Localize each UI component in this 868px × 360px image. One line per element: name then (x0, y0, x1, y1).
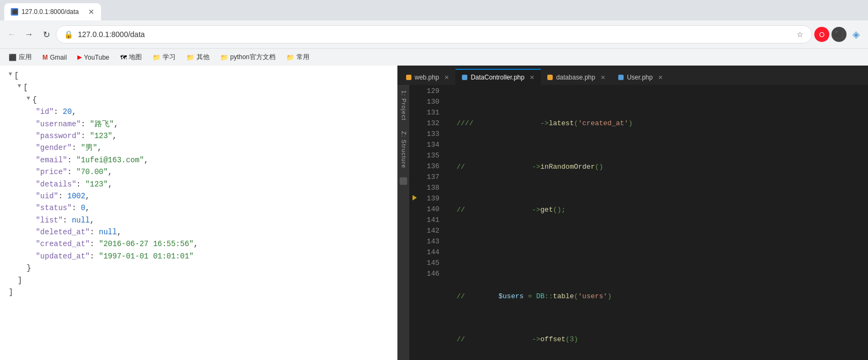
ide-tab-user-php[interactable]: User.php ✕ (612, 69, 669, 85)
tab-title: 127.0.0.1:8000/data (21, 8, 85, 16)
json-array-close: ] (9, 275, 388, 286)
bp-133 (409, 128, 420, 139)
maps-icon: 🗺 (120, 54, 127, 61)
breakpoint-gutter (409, 85, 420, 360)
nav-bar: ← → ↻ 🔒 127.0.0.1:8000/data ☆ O ⬛ ◈ (0, 20, 868, 48)
db-icon[interactable] (400, 177, 407, 185)
line-num-131: 131 (422, 107, 444, 118)
bookmark-youtube[interactable]: ▶ YouTube (73, 53, 113, 62)
folder-python-icon: 📁 (220, 54, 228, 61)
code-line-129: //// ->latest('created_at') (448, 118, 868, 129)
reload-button[interactable]: ↻ (39, 27, 54, 42)
line-num-144: 144 (422, 247, 444, 258)
profile-icon[interactable]: ◈ (849, 27, 864, 42)
ide-tab-database-php[interactable]: database.php ✕ (541, 69, 612, 85)
bp-135 (409, 149, 420, 160)
code-line-130: // ->inRandomOrder() (448, 162, 868, 172)
ide-tab-web-php[interactable]: web.php ✕ (400, 69, 455, 85)
json-field-price: "price" : "70.00" , (9, 166, 388, 178)
address-icons: ☆ (794, 29, 805, 40)
line-num-137: 137 (422, 172, 444, 183)
tab-favicon: ⬛ (11, 8, 18, 16)
forward-button[interactable]: → (21, 27, 37, 42)
bp-140 (409, 203, 420, 214)
bookmark-maps[interactable]: 🗺 地图 (116, 52, 146, 63)
bookmark-study[interactable]: 📁 学习 (148, 52, 180, 63)
ide-tab-database-close[interactable]: ✕ (601, 74, 605, 81)
json-field-status: "status" : 0 , (9, 202, 388, 214)
code-line-133: // $users = DB::table('users') (448, 291, 868, 302)
line-num-146: 146 (422, 269, 444, 279)
tab-close-button[interactable]: ✕ (88, 8, 95, 16)
ide-tab-database-label: database.php (556, 74, 595, 81)
ide-tab-user-close[interactable]: ✕ (658, 74, 663, 81)
web-php-icon (406, 75, 411, 80)
code-line-134: // ->offset(3) (448, 335, 868, 345)
json-obj-close: } (9, 262, 388, 274)
bookmark-common[interactable]: 📁 常用 (282, 52, 314, 63)
lock-icon: 🔒 (63, 29, 74, 40)
line-num-142: 142 (422, 226, 444, 236)
ide-area: web.php ✕ DataController.php ✕ database.… (397, 66, 868, 360)
structure-label[interactable]: Z: Structure (397, 126, 409, 174)
project-label[interactable]: 1: Project (397, 85, 409, 126)
line-num-129: 129 (422, 86, 444, 97)
bp-144 (409, 246, 420, 257)
bp-143 (409, 235, 420, 246)
ide-tab-web-php-close[interactable]: ✕ (444, 74, 449, 81)
line-num-140: 140 (422, 204, 444, 215)
ide-tab-datacontroller-php[interactable]: DataController.php ✕ (455, 69, 541, 85)
json-field-details: "details" : "123" , (9, 178, 388, 190)
line-num-136: 136 (422, 161, 444, 172)
json-field-created-at: "created_at" : "2016-06-27 16:55:56" , (9, 238, 388, 250)
json-obj-open: ▼ { (9, 94, 388, 106)
code-content[interactable]: //// ->latest('created_at') // ->inRando… (448, 85, 868, 360)
vertical-labels: 1: Project Z: Structure (397, 85, 409, 360)
folder-common-icon: 📁 (286, 54, 294, 61)
json-field-uid: "uid" : 1002 , (9, 190, 388, 202)
extension-icon[interactable]: ⬛ (831, 27, 847, 42)
json-viewer[interactable]: ▼ [ ▼ [ ▼ { "id" : 20 , "username" : (0, 66, 397, 360)
apps-icon: ⬛ (9, 54, 17, 61)
user-php-icon (618, 75, 624, 80)
bookmark-apps[interactable]: ⬛ 应用 (4, 52, 36, 63)
json-toggle[interactable]: ▼ (9, 70, 12, 80)
json-field-id: "id" : 20 , (9, 106, 388, 118)
ide-tab-datacontroller-close[interactable]: ✕ (530, 74, 534, 81)
json-toggle-3[interactable]: ▼ (27, 94, 31, 104)
bp-142 (409, 225, 420, 235)
line-num-135: 135 (422, 150, 444, 161)
line-num-130: 130 (422, 97, 444, 107)
json-array-open: ▼ [ (9, 82, 388, 93)
json-field-email: "email" : "1ufei@163.com" , (9, 154, 388, 166)
opera-icon[interactable]: O (814, 27, 829, 42)
line-numbers: 129 130 131 132 133 134 135 136 137 138 … (420, 85, 448, 360)
ide-container: 1: Project Z: Structure (397, 85, 868, 360)
json-toggle-2[interactable]: ▼ (18, 82, 21, 91)
address-bar[interactable]: 🔒 127.0.0.1:8000/data ☆ (56, 25, 812, 44)
line-num-145: 145 (422, 258, 444, 269)
line-num-139: 139 (422, 193, 444, 204)
json-root-close: ] (9, 286, 388, 298)
bp-134 (409, 139, 420, 149)
json-field-password: "password" : "123" , (9, 130, 388, 142)
code-editor[interactable]: 129 130 131 132 133 134 135 136 137 138 … (409, 85, 868, 360)
ide-tabs: web.php ✕ DataController.php ✕ database.… (397, 66, 868, 85)
bp-139 (409, 192, 420, 203)
bp-130 (409, 96, 420, 106)
code-line-132 (448, 248, 868, 259)
line-num-141: 141 (422, 215, 444, 226)
browser-tab-active[interactable]: ⬛ 127.0.0.1:8000/data ✕ (4, 3, 101, 20)
back-button[interactable]: ← (4, 27, 19, 42)
json-root-open: ▼ [ (9, 70, 388, 82)
gmail-icon: M (42, 54, 48, 61)
line-num-132: 132 (422, 118, 444, 129)
bookmark-gmail[interactable]: M Gmail (38, 53, 71, 62)
bookmark-star-icon[interactable]: ☆ (794, 29, 805, 40)
json-field-gender: "gender" : "男" , (9, 142, 388, 154)
bookmark-python[interactable]: 📁 python官方文档 (216, 52, 280, 63)
ide-tab-web-php-label: web.php (415, 74, 439, 81)
browser-action-buttons: O ⬛ ◈ (814, 27, 864, 42)
bookmark-other[interactable]: 📁 其他 (182, 52, 214, 63)
tab-bar: ⬛ 127.0.0.1:8000/data ✕ (0, 0, 868, 20)
